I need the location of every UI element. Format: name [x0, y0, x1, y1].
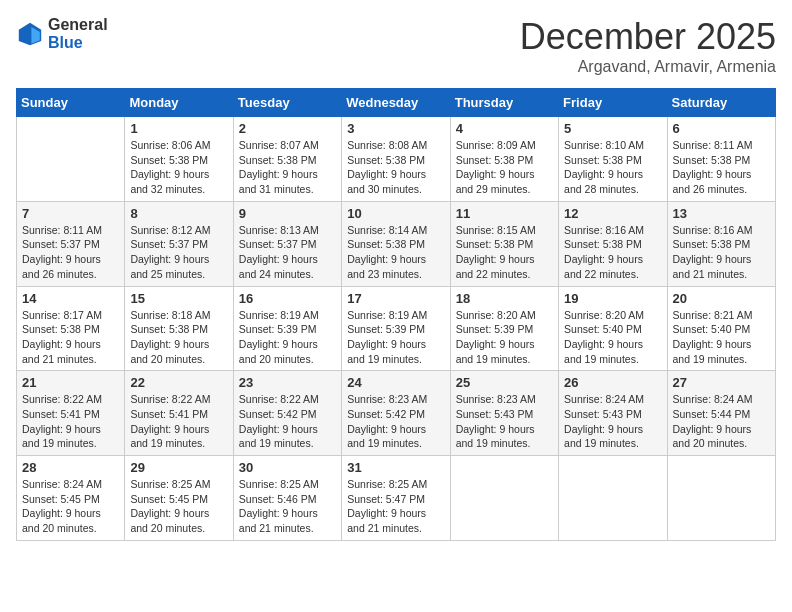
calendar-cell: 3Sunrise: 8:08 AM Sunset: 5:38 PM Daylig… — [342, 117, 450, 202]
day-number: 11 — [456, 206, 553, 221]
day-number: 22 — [130, 375, 227, 390]
calendar-cell: 13Sunrise: 8:16 AM Sunset: 5:38 PM Dayli… — [667, 201, 775, 286]
day-info: Sunrise: 8:09 AM Sunset: 5:38 PM Dayligh… — [456, 138, 553, 197]
calendar-week-2: 7Sunrise: 8:11 AM Sunset: 5:37 PM Daylig… — [17, 201, 776, 286]
col-header-thursday: Thursday — [450, 89, 558, 117]
day-info: Sunrise: 8:06 AM Sunset: 5:38 PM Dayligh… — [130, 138, 227, 197]
calendar-cell: 17Sunrise: 8:19 AM Sunset: 5:39 PM Dayli… — [342, 286, 450, 371]
calendar-week-5: 28Sunrise: 8:24 AM Sunset: 5:45 PM Dayli… — [17, 456, 776, 541]
calendar-cell — [559, 456, 667, 541]
calendar-cell: 22Sunrise: 8:22 AM Sunset: 5:41 PM Dayli… — [125, 371, 233, 456]
day-info: Sunrise: 8:16 AM Sunset: 5:38 PM Dayligh… — [673, 223, 770, 282]
calendar-cell: 2Sunrise: 8:07 AM Sunset: 5:38 PM Daylig… — [233, 117, 341, 202]
day-info: Sunrise: 8:20 AM Sunset: 5:39 PM Dayligh… — [456, 308, 553, 367]
day-info: Sunrise: 8:25 AM Sunset: 5:45 PM Dayligh… — [130, 477, 227, 536]
calendar-cell: 18Sunrise: 8:20 AM Sunset: 5:39 PM Dayli… — [450, 286, 558, 371]
day-number: 30 — [239, 460, 336, 475]
day-number: 12 — [564, 206, 661, 221]
calendar-cell: 5Sunrise: 8:10 AM Sunset: 5:38 PM Daylig… — [559, 117, 667, 202]
calendar-week-3: 14Sunrise: 8:17 AM Sunset: 5:38 PM Dayli… — [17, 286, 776, 371]
day-number: 10 — [347, 206, 444, 221]
calendar-week-4: 21Sunrise: 8:22 AM Sunset: 5:41 PM Dayli… — [17, 371, 776, 456]
day-number: 9 — [239, 206, 336, 221]
calendar-cell: 6Sunrise: 8:11 AM Sunset: 5:38 PM Daylig… — [667, 117, 775, 202]
logo: General Blue — [16, 16, 108, 51]
calendar-cell: 10Sunrise: 8:14 AM Sunset: 5:38 PM Dayli… — [342, 201, 450, 286]
day-info: Sunrise: 8:13 AM Sunset: 5:37 PM Dayligh… — [239, 223, 336, 282]
calendar-cell: 28Sunrise: 8:24 AM Sunset: 5:45 PM Dayli… — [17, 456, 125, 541]
day-number: 17 — [347, 291, 444, 306]
day-info: Sunrise: 8:24 AM Sunset: 5:44 PM Dayligh… — [673, 392, 770, 451]
day-number: 28 — [22, 460, 119, 475]
day-number: 8 — [130, 206, 227, 221]
calendar-cell: 25Sunrise: 8:23 AM Sunset: 5:43 PM Dayli… — [450, 371, 558, 456]
calendar-cell: 16Sunrise: 8:19 AM Sunset: 5:39 PM Dayli… — [233, 286, 341, 371]
calendar-cell — [667, 456, 775, 541]
day-info: Sunrise: 8:16 AM Sunset: 5:38 PM Dayligh… — [564, 223, 661, 282]
day-number: 19 — [564, 291, 661, 306]
location-subtitle: Argavand, Armavir, Armenia — [520, 58, 776, 76]
logo-icon — [16, 20, 44, 48]
day-number: 6 — [673, 121, 770, 136]
day-number: 1 — [130, 121, 227, 136]
day-number: 16 — [239, 291, 336, 306]
day-number: 29 — [130, 460, 227, 475]
col-header-sunday: Sunday — [17, 89, 125, 117]
month-title: December 2025 — [520, 16, 776, 58]
day-number: 26 — [564, 375, 661, 390]
day-info: Sunrise: 8:24 AM Sunset: 5:45 PM Dayligh… — [22, 477, 119, 536]
day-info: Sunrise: 8:12 AM Sunset: 5:37 PM Dayligh… — [130, 223, 227, 282]
calendar-cell: 26Sunrise: 8:24 AM Sunset: 5:43 PM Dayli… — [559, 371, 667, 456]
day-info: Sunrise: 8:15 AM Sunset: 5:38 PM Dayligh… — [456, 223, 553, 282]
calendar-cell: 31Sunrise: 8:25 AM Sunset: 5:47 PM Dayli… — [342, 456, 450, 541]
day-info: Sunrise: 8:24 AM Sunset: 5:43 PM Dayligh… — [564, 392, 661, 451]
col-header-friday: Friday — [559, 89, 667, 117]
day-info: Sunrise: 8:10 AM Sunset: 5:38 PM Dayligh… — [564, 138, 661, 197]
day-number: 27 — [673, 375, 770, 390]
day-info: Sunrise: 8:22 AM Sunset: 5:41 PM Dayligh… — [22, 392, 119, 451]
day-info: Sunrise: 8:21 AM Sunset: 5:40 PM Dayligh… — [673, 308, 770, 367]
day-info: Sunrise: 8:25 AM Sunset: 5:46 PM Dayligh… — [239, 477, 336, 536]
day-info: Sunrise: 8:19 AM Sunset: 5:39 PM Dayligh… — [239, 308, 336, 367]
day-number: 13 — [673, 206, 770, 221]
day-info: Sunrise: 8:14 AM Sunset: 5:38 PM Dayligh… — [347, 223, 444, 282]
calendar-header-row: SundayMondayTuesdayWednesdayThursdayFrid… — [17, 89, 776, 117]
day-number: 15 — [130, 291, 227, 306]
calendar-cell: 19Sunrise: 8:20 AM Sunset: 5:40 PM Dayli… — [559, 286, 667, 371]
calendar-cell — [17, 117, 125, 202]
calendar-cell: 29Sunrise: 8:25 AM Sunset: 5:45 PM Dayli… — [125, 456, 233, 541]
calendar-cell: 8Sunrise: 8:12 AM Sunset: 5:37 PM Daylig… — [125, 201, 233, 286]
calendar-table: SundayMondayTuesdayWednesdayThursdayFrid… — [16, 88, 776, 541]
calendar-cell: 23Sunrise: 8:22 AM Sunset: 5:42 PM Dayli… — [233, 371, 341, 456]
calendar-cell: 9Sunrise: 8:13 AM Sunset: 5:37 PM Daylig… — [233, 201, 341, 286]
day-number: 4 — [456, 121, 553, 136]
day-info: Sunrise: 8:11 AM Sunset: 5:37 PM Dayligh… — [22, 223, 119, 282]
day-number: 21 — [22, 375, 119, 390]
day-number: 31 — [347, 460, 444, 475]
day-number: 7 — [22, 206, 119, 221]
day-info: Sunrise: 8:23 AM Sunset: 5:42 PM Dayligh… — [347, 392, 444, 451]
col-header-saturday: Saturday — [667, 89, 775, 117]
page-header: General Blue December 2025 Argavand, Arm… — [16, 16, 776, 76]
calendar-cell: 12Sunrise: 8:16 AM Sunset: 5:38 PM Dayli… — [559, 201, 667, 286]
day-info: Sunrise: 8:18 AM Sunset: 5:38 PM Dayligh… — [130, 308, 227, 367]
calendar-cell — [450, 456, 558, 541]
day-info: Sunrise: 8:11 AM Sunset: 5:38 PM Dayligh… — [673, 138, 770, 197]
day-number: 23 — [239, 375, 336, 390]
calendar-cell: 14Sunrise: 8:17 AM Sunset: 5:38 PM Dayli… — [17, 286, 125, 371]
title-block: December 2025 Argavand, Armavir, Armenia — [520, 16, 776, 76]
col-header-wednesday: Wednesday — [342, 89, 450, 117]
calendar-week-1: 1Sunrise: 8:06 AM Sunset: 5:38 PM Daylig… — [17, 117, 776, 202]
calendar-cell: 27Sunrise: 8:24 AM Sunset: 5:44 PM Dayli… — [667, 371, 775, 456]
calendar-cell: 30Sunrise: 8:25 AM Sunset: 5:46 PM Dayli… — [233, 456, 341, 541]
calendar-cell: 20Sunrise: 8:21 AM Sunset: 5:40 PM Dayli… — [667, 286, 775, 371]
day-number: 20 — [673, 291, 770, 306]
day-info: Sunrise: 8:19 AM Sunset: 5:39 PM Dayligh… — [347, 308, 444, 367]
col-header-monday: Monday — [125, 89, 233, 117]
day-number: 25 — [456, 375, 553, 390]
day-info: Sunrise: 8:22 AM Sunset: 5:41 PM Dayligh… — [130, 392, 227, 451]
day-info: Sunrise: 8:07 AM Sunset: 5:38 PM Dayligh… — [239, 138, 336, 197]
calendar-cell: 7Sunrise: 8:11 AM Sunset: 5:37 PM Daylig… — [17, 201, 125, 286]
calendar-cell: 24Sunrise: 8:23 AM Sunset: 5:42 PM Dayli… — [342, 371, 450, 456]
calendar-cell: 21Sunrise: 8:22 AM Sunset: 5:41 PM Dayli… — [17, 371, 125, 456]
